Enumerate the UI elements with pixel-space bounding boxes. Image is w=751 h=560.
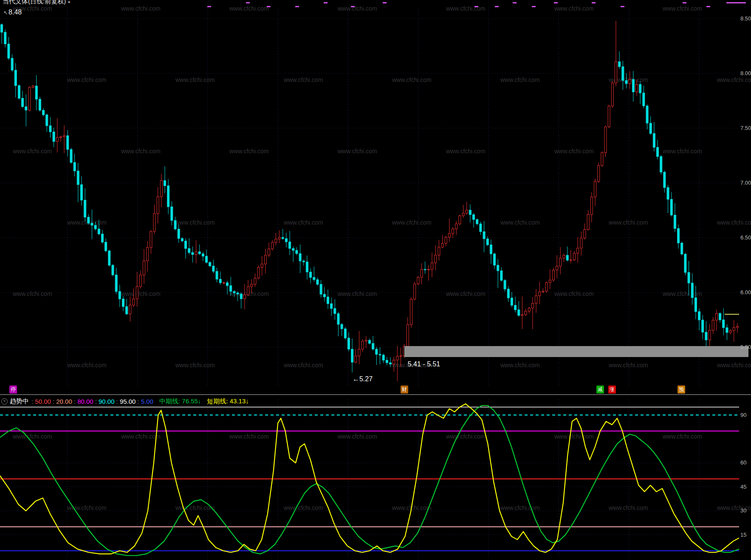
event-flag[interactable]: 财 <box>401 386 408 394</box>
indicator-param: : 5.00 <box>137 398 153 405</box>
reference-lines <box>0 407 739 551</box>
indicator-tick-label: 60 <box>740 459 751 466</box>
indicator-tick-label: 15 <box>740 532 751 538</box>
title-status-dot: ● <box>68 0 71 4</box>
candlestick-chart[interactable]: 5.41 - 5.51←5.27 <box>0 0 751 395</box>
signal-mark <box>324 2 328 3</box>
indicator-name: 趋势中 <box>10 397 29 405</box>
price-tick-label: 7.00 <box>740 180 751 186</box>
event-flag[interactable]: 涨 <box>608 386 616 394</box>
max-price-value: 8.48 <box>8 8 22 16</box>
trading-chart-app: www.cfchi.comwww.cfchi.comwww.cfchi.comw… <box>0 0 751 560</box>
low-price-label: ←5.27 <box>353 375 373 383</box>
price-tick-label: 7.50 <box>740 125 751 131</box>
signal-mark <box>495 6 499 7</box>
signal-mark <box>621 6 624 7</box>
signal-mark <box>554 2 558 3</box>
main-grid <box>0 8 739 386</box>
collapse-indicator-icon[interactable]: ∨ <box>1 398 8 405</box>
event-flag[interactable]: 停 <box>9 386 17 394</box>
price-range-band[interactable] <box>404 346 748 357</box>
indicator-params: : 50.00: 20.00: 80.00: 90.00: 95.00: 5.0… <box>30 398 153 405</box>
chart-title-text: 当代文体(日线:前复权) <box>3 0 66 5</box>
indicator-param: : 90.00 <box>95 398 115 405</box>
chart-title: 当代文体(日线:前复权) ● <box>3 0 71 6</box>
signal-mark <box>592 2 596 3</box>
signal-mark <box>474 6 478 7</box>
event-flag[interactable]: 预 <box>678 386 685 394</box>
indicator-output: 短期线: 43.13↓ <box>207 397 248 405</box>
candles-layer <box>1 21 739 381</box>
signal-mark <box>295 6 299 7</box>
view-max-price: ↖8.48 <box>3 8 22 16</box>
indicator-param: : 95.00 <box>116 398 136 405</box>
indicator-tick-label: 30 <box>740 507 751 514</box>
signal-mark <box>267 6 271 7</box>
indicator-param: : 80.00 <box>74 398 93 405</box>
signal-mark <box>513 2 517 3</box>
oscillator-chart[interactable] <box>0 399 751 560</box>
signal-mark <box>383 2 387 3</box>
max-arrow-icon: ↖ <box>3 10 8 16</box>
price-tick-label: 8.00 <box>740 70 751 76</box>
indicator-header: ∨ 趋势中 : 50.00: 20.00: 80.00: 90.00: 95.0… <box>0 396 751 407</box>
signal-mark <box>246 2 250 3</box>
oscillator-series-中期线 <box>0 405 739 556</box>
signal-mark <box>207 6 211 7</box>
indicator-param: : 20.00 <box>53 398 72 405</box>
indicator-outputs: 中期线: 76.55↓短期线: 43.13↓ <box>153 397 249 405</box>
indicator-output: 中期线: 76.55↓ <box>159 397 201 405</box>
signal-mark <box>351 6 355 7</box>
price-tick-label: 8.50 <box>740 15 751 22</box>
event-flag[interactable]: 减 <box>596 386 604 394</box>
signal-mark <box>683 2 686 3</box>
pane-separator[interactable] <box>0 394 751 395</box>
indicator-tick-label: 90 <box>740 412 751 418</box>
range-band-label: 5.41 - 5.51 <box>408 360 440 368</box>
indicator-param: : 50.00 <box>31 398 51 405</box>
signal-mark <box>726 2 746 3</box>
price-tick-label: 5.50 <box>740 344 751 350</box>
signal-mark <box>532 6 536 7</box>
price-tick-label: 6.00 <box>740 289 751 295</box>
indicator-tick-label: 45 <box>740 484 751 490</box>
price-tick-label: 6.50 <box>740 234 751 241</box>
signal-mark <box>706 6 710 7</box>
